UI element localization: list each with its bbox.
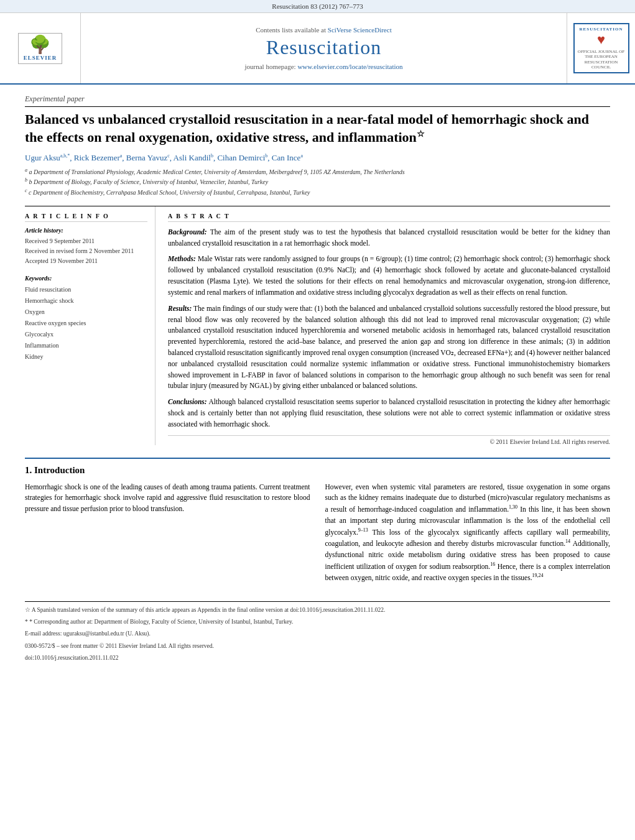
footnote-email: E-mail address: uguraksu@istanbul.edu.tr… <box>25 629 610 639</box>
affiliation-b: b b Department of Biology, Faculty of Sc… <box>25 177 610 187</box>
keywords-section: Keywords: Fluid resuscitation Hemorrhagi… <box>25 275 147 362</box>
article-info-label: A R T I C L E I N F O <box>25 213 147 222</box>
intro-left-col: Hemorrhagic shock is one of the leading … <box>25 482 310 589</box>
keyword-4: Reactive oxygen species <box>25 318 147 329</box>
background-text: The aim of the present study was to test… <box>168 228 610 247</box>
results-text: The main findings of our study were that… <box>168 305 610 390</box>
journal-reference: Resuscitation 83 (2012) 767–773 <box>272 2 363 10</box>
authors: Ugur Aksua,b,*, Rick Bezemera, Berna Yav… <box>25 153 610 163</box>
article-info-column: A R T I C L E I N F O Article history: R… <box>25 206 155 445</box>
keyword-1: Fluid resuscitation <box>25 284 147 295</box>
intro-body-two-col: Hemorrhagic shock is one of the leading … <box>25 482 610 589</box>
intro-right-text: However, even when systemic vital parame… <box>325 482 611 584</box>
history-label: Article history: <box>25 227 147 234</box>
footnote-issn: 0300-9572/$ – see front matter © 2011 El… <box>25 642 610 651</box>
homepage-url[interactable]: www.elsevier.com/locate/resuscitation <box>297 63 402 70</box>
footnotes-section: ☆ A Spanish translated version of the su… <box>25 601 610 663</box>
footnote-corresponding: * * Corresponding author at: Department … <box>25 617 610 627</box>
footnote-corresponding-text: * Corresponding author at: Department of… <box>29 619 293 625</box>
heart-icon: ♥ <box>577 32 626 48</box>
authors-text: Ugur Aksua,b,*, Rick Bezemera, Berna Yav… <box>25 153 303 162</box>
keyword-2: Hemorrhagic shock <box>25 295 147 307</box>
abstract-label: A B S T R A C T <box>168 213 610 222</box>
keyword-5: Glycocalyx <box>25 329 147 340</box>
received-date: Received 9 September 2011 <box>25 236 147 246</box>
affiliations: a a Department of Translational Physiolo… <box>25 167 610 197</box>
resuscitation-logo-box: RESUSCITATION ♥ OFFICIAL JOURNAL OFTHE E… <box>567 13 635 83</box>
top-bar: Resuscitation 83 (2012) 767–773 <box>0 0 635 13</box>
footnote-doi: doi:10.1016/j.resuscitation.2011.11.022 <box>25 653 610 663</box>
section-type-label: Experimental paper <box>25 95 610 107</box>
footnote-star-symbol: ☆ <box>25 607 30 613</box>
keyword-3: Oxygen <box>25 307 147 318</box>
intro-title: 1. Introduction <box>25 465 610 476</box>
journal-header: 🌳 ELSEVIER Contents lists available at S… <box>0 13 635 85</box>
introduction-section: 1. Introduction Hemorrhagic shock is one… <box>25 458 610 589</box>
copyright-notice: © 2011 Elsevier Ireland Ltd. All rights … <box>168 435 610 445</box>
sciverse-text: SciVerse ScienceDirect <box>328 26 392 34</box>
title-star: ☆ <box>417 129 425 139</box>
resuscitation-logo-title: RESUSCITATION <box>577 27 626 32</box>
results-label: Results: <box>168 305 192 312</box>
journal-center: Contents lists available at SciVerse Sci… <box>81 13 567 83</box>
footnote-email-text: E-mail address: uguraksu@istanbul.edu.tr… <box>25 630 151 637</box>
abstract-background: Background: The aim of the present study… <box>168 227 610 249</box>
elsevier-tree-icon: 🌳 <box>24 36 57 53</box>
elsevier-brand-text: ELSEVIER <box>24 55 57 61</box>
resuscitation-logo-inner: RESUSCITATION ♥ OFFICIAL JOURNAL OFTHE E… <box>573 23 629 74</box>
keyword-6: Inflammation <box>25 340 147 351</box>
paper-title: Balanced vs unbalanced crystalloid resus… <box>25 111 610 147</box>
abstract-column: A B S T R A C T Background: The aim of t… <box>168 206 610 445</box>
article-body-two-col: A R T I C L E I N F O Article history: R… <box>25 206 610 445</box>
background-label: Background: <box>168 228 207 236</box>
footnote-star-text: A Spanish translated version of the summ… <box>32 607 385 613</box>
affiliation-a: a a Department of Translational Physiolo… <box>25 167 610 177</box>
homepage-label: journal homepage: www.elsevier.com/locat… <box>244 63 402 70</box>
methods-text: Male Wistar rats were randomly assigned … <box>168 255 610 295</box>
contents-available: Contents lists available at SciVerse Sci… <box>256 26 391 34</box>
article-history: Article history: Received 9 September 20… <box>25 227 147 266</box>
footnote-star: ☆ A Spanish translated version of the su… <box>25 606 610 615</box>
abstract-text: Background: The aim of the present study… <box>168 227 610 430</box>
abstract-results: Results: The main findings of our study … <box>168 303 610 392</box>
elsevier-logo: 🌳 ELSEVIER <box>0 13 81 83</box>
keywords-label: Keywords: <box>25 275 147 282</box>
elsevier-logo-box: 🌳 ELSEVIER <box>18 33 63 64</box>
intro-right-col: However, even when systemic vital parame… <box>325 482 611 589</box>
main-content: Experimental paper Balanced vs unbalance… <box>0 85 635 663</box>
conclusions-label: Conclusions: <box>168 398 207 405</box>
keywords-list: Fluid resuscitation Hemorrhagic shock Ox… <box>25 284 147 362</box>
journal-title: Resuscitation <box>266 36 381 59</box>
keyword-7: Kidney <box>25 351 147 362</box>
logo-subtext: OFFICIAL JOURNAL OFTHE EUROPEANRESUSCITA… <box>577 49 626 70</box>
intro-left-text: Hemorrhagic shock is one of the leading … <box>25 482 310 515</box>
abstract-methods: Methods: Male Wistar rats were randomly … <box>168 254 610 298</box>
revised-date: Received in revised form 2 November 2011 <box>25 246 147 256</box>
page: Resuscitation 83 (2012) 767–773 🌳 ELSEVI… <box>0 0 635 840</box>
accepted-date: Accepted 19 November 2011 <box>25 256 147 266</box>
methods-label: Methods: <box>168 255 196 262</box>
affiliation-c: c c Department of Biochemistry, Cerrahpa… <box>25 187 610 197</box>
abstract-conclusions: Conclusions: Although balanced crystallo… <box>168 397 610 430</box>
conclusions-text: Although balanced crystalloid resuscitat… <box>168 398 610 428</box>
